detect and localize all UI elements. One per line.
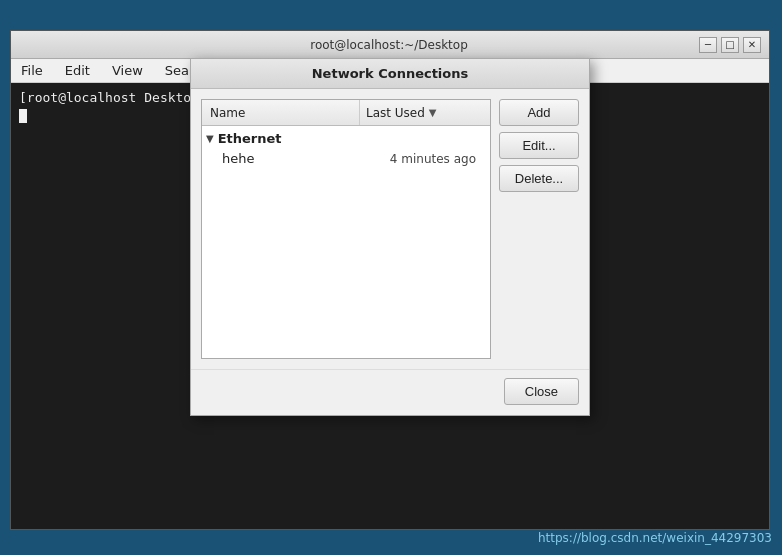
connection-name: hehe bbox=[222, 151, 352, 166]
list-header: Name Last Used ▼ bbox=[202, 100, 490, 126]
watermark: https://blog.csdn.net/weixin_44297303 bbox=[538, 531, 772, 545]
network-connections-dialog: Network Connections Name Last Used ▼ ▼ E… bbox=[190, 58, 590, 416]
connection-list[interactable]: Name Last Used ▼ ▼ Ethernet hehe 4 minut… bbox=[201, 99, 491, 359]
terminal-controls: ─ □ ✕ bbox=[699, 37, 761, 53]
dialog-title: Network Connections bbox=[312, 66, 469, 81]
list-body: ▼ Ethernet hehe 4 minutes ago bbox=[202, 126, 490, 170]
category-ethernet: ▼ Ethernet bbox=[202, 128, 490, 149]
menu-file[interactable]: File bbox=[15, 61, 49, 80]
delete-button[interactable]: Delete... bbox=[499, 165, 579, 192]
close-button[interactable]: ✕ bbox=[743, 37, 761, 53]
minimize-button[interactable]: ─ bbox=[699, 37, 717, 53]
dialog-titlebar: Network Connections bbox=[191, 59, 589, 89]
edit-button[interactable]: Edit... bbox=[499, 132, 579, 159]
dialog-footer: Close bbox=[191, 369, 589, 415]
column-last-used[interactable]: Last Used ▼ bbox=[360, 106, 490, 120]
column-name: Name bbox=[202, 100, 360, 125]
add-button[interactable]: Add bbox=[499, 99, 579, 126]
connection-last-used: 4 minutes ago bbox=[352, 152, 482, 166]
terminal-titlebar: root@localhost:~/Desktop ─ □ ✕ bbox=[11, 31, 769, 59]
table-row[interactable]: hehe 4 minutes ago bbox=[202, 149, 490, 168]
menu-view[interactable]: View bbox=[106, 61, 149, 80]
terminal-title: root@localhost:~/Desktop bbox=[79, 38, 699, 52]
cursor-block bbox=[19, 109, 27, 123]
close-dialog-button[interactable]: Close bbox=[504, 378, 579, 405]
menu-edit[interactable]: Edit bbox=[59, 61, 96, 80]
category-ethernet-label: Ethernet bbox=[218, 131, 282, 146]
category-arrow-icon: ▼ bbox=[206, 133, 214, 144]
maximize-button[interactable]: □ bbox=[721, 37, 739, 53]
dialog-action-buttons: Add Edit... Delete... bbox=[499, 99, 579, 359]
dialog-content: Name Last Used ▼ ▼ Ethernet hehe 4 minut… bbox=[191, 89, 589, 369]
sort-arrow-icon: ▼ bbox=[429, 107, 437, 118]
